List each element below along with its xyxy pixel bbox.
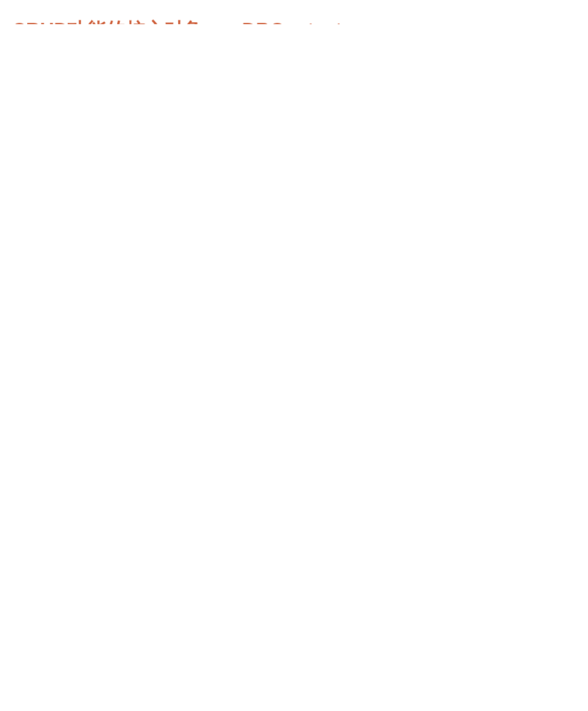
title-crud-dbcontext: CRUD功能的核心对象——DBContext — [12, 17, 342, 24]
